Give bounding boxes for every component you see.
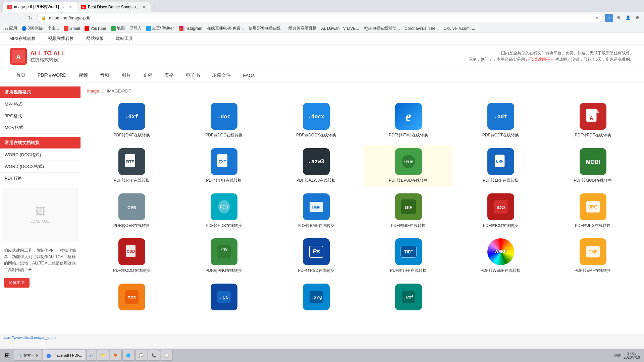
topnav-template[interactable]: 网站模版 — [84, 34, 106, 43]
sidebar-word-doc[interactable]: WORD (DOC格式) — [0, 149, 80, 161]
bookmark-imported-label: 已导入 — [129, 25, 142, 31]
breadcrumb-sep: / — [102, 88, 104, 94]
nav-doc[interactable]: 文档 — [137, 68, 158, 83]
logo-text: ALL TO ALL 在线格式转换 — [30, 50, 65, 63]
nav-pdf-word[interactable]: PDF转WORD — [32, 68, 72, 83]
nav-icon-2[interactable]: ⚙ — [614, 14, 623, 22]
nav-image[interactable]: 图片 — [115, 68, 137, 83]
forward-button[interactable]: → — [14, 13, 23, 22]
back-button[interactable]: ← — [3, 13, 12, 22]
conversion-item-23[interactable]: EMF PDF转EMF在线转换 — [548, 235, 637, 277]
conversion-grid: .dxf PDF转DXF在线转换 .doc PDF转DOC在线转换 .docx … — [87, 100, 637, 316]
svg-text:A: A — [16, 53, 21, 61]
conversion-item-22[interactable]: WEBP PDF转WEBP在线转换 — [456, 235, 545, 277]
sidebar-pdf[interactable]: PDF转换 — [0, 173, 80, 184]
bookmark-tv1[interactable]: 在线直播电视-免费... — [205, 25, 246, 32]
try-button[interactable]: 简体中文 — [4, 278, 30, 288]
tab-1-close[interactable]: ✕ — [68, 4, 73, 10]
sidebar-mp4[interactable]: MP4格式 — [0, 99, 80, 110]
bookmark-map[interactable]: 地图 — [109, 25, 127, 32]
svg-text:ePUB: ePUB — [404, 160, 413, 164]
conversion-item-26[interactable]: .svg — [272, 280, 361, 316]
tab-1[interactable]: A image-pdf | PDF转Word | 免费... ✕ — [3, 2, 77, 12]
nav-zip[interactable]: 压缩文件 — [206, 68, 237, 83]
conversion-item-25[interactable]: .ps — [179, 280, 268, 316]
bookmark-oklive-label: OKLiveTv.com: ... — [443, 26, 475, 31]
conversion-item-27[interactable]: .wmf — [364, 280, 453, 316]
logo-sub: 在线格式转换 — [30, 57, 65, 63]
conversion-item-20[interactable]: Ps PDF转PSD在线转换 — [272, 235, 361, 277]
svg-text:Ps: Ps — [312, 248, 320, 255]
tab-2-close[interactable]: ✕ — [141, 4, 147, 10]
conversion-item-6[interactable]: RTF PDF转RTF在线转换 — [87, 145, 176, 187]
sidebar-3pg[interactable]: 3PG格式 — [0, 110, 80, 122]
svg-text:ICO: ICO — [496, 205, 505, 210]
header-info-link[interactable]: 起飞页建站平台 — [526, 57, 554, 62]
sidebar-section1-header: 常用视频格式 — [0, 86, 80, 98]
conversion-item-5[interactable]: A PDF转PDF在线转换 — [548, 100, 637, 141]
nav-video[interactable]: 视频 — [72, 68, 94, 83]
conversion-item-11[interactable]: MOBI PDF转MOBI在线转换 — [548, 145, 637, 187]
nav-ebook[interactable]: 电子书 — [180, 68, 206, 83]
conversion-item-21[interactable]: TIFF PDF转TIFF在线转换 — [364, 235, 453, 277]
nav-home[interactable]: 首页 — [10, 68, 32, 83]
conversion-item-2[interactable]: .docx PDF转DOCX在线转换 — [272, 100, 361, 141]
refresh-button[interactable]: ↻ — [25, 13, 35, 22]
topnav-build[interactable]: 建站工具 — [113, 34, 136, 43]
bookmark-race[interactable]: 经典美赛溜直播 — [286, 25, 319, 32]
conversion-item-19[interactable]: PNG PDF转PNG在线转换 — [179, 235, 268, 277]
nav-faqs[interactable]: FAQs — [237, 69, 261, 83]
sidebar-word-docx[interactable]: WORD (DOCX格式) — [0, 161, 80, 173]
conversion-item-12[interactable]: OEB PDF转OEB在线转换 — [87, 190, 176, 232]
bookmark-360-label: 360导航-一个主... — [28, 25, 59, 31]
svg-text:PNG: PNG — [220, 248, 228, 251]
bookmark-corona-label: Coronavirus: The... — [405, 26, 439, 31]
bookmark-twitter[interactable]: 主页/ Twitter — [144, 25, 176, 32]
svg-text:ODD: ODD — [126, 249, 135, 253]
conversion-item-10[interactable]: LRF PDF转LRF在线转换 — [456, 145, 545, 187]
bookmark-youtube[interactable]: YouTube — [83, 25, 108, 32]
tab-1-title: image-pdf | PDF转Word | 免费... — [14, 4, 66, 10]
sidebar-mov[interactable]: MOV格式 — [0, 122, 80, 134]
bookmark-360[interactable]: 360导航-一个主... — [20, 25, 61, 32]
conversion-item-14[interactable]: BMP PDF转BMP在线转换 — [272, 190, 361, 232]
conversion-item-13[interactable]: PDB PDF转PDB在线转换 — [179, 190, 268, 232]
new-tab-button[interactable]: + — [151, 5, 160, 12]
topnav-video[interactable]: 视频在线转换 — [45, 34, 77, 43]
svg-text:TXT: TXT — [218, 160, 226, 164]
bookmark-instagram[interactable]: Instagram — [177, 25, 204, 32]
conversion-item-0[interactable]: .dxf PDF转DXF在线转换 — [87, 100, 176, 141]
nav-icon-3[interactable]: 👤 — [624, 14, 632, 22]
nav-table[interactable]: 表格 — [158, 68, 180, 83]
bookmark-ajyal[interactable]: Ajyal电视在线移动... — [362, 25, 402, 32]
conversion-item-4[interactable]: .odt PDF转ODT在线转换 — [456, 100, 545, 141]
conversion-item-9[interactable]: ePUB PDF转EPUB在线转换 — [364, 145, 453, 187]
breadcrumb-home[interactable]: image — [87, 88, 99, 94]
conversion-item-16[interactable]: ICO PDF转ICO在线转换 — [456, 190, 545, 232]
tab-2[interactable]: ▶ Best Disco Dance Songs o... ✕ — [77, 2, 151, 12]
bookmark-imported[interactable]: 已导入 — [127, 25, 144, 32]
bookmark-apps[interactable]: ⚏ 应用 — [3, 25, 19, 32]
bookmark-instagram-label: Instagram — [184, 26, 202, 31]
address-bar[interactable]: 🔒 alltoall.net/image-pdf/ ★ — [37, 14, 603, 22]
extensions-icon[interactable]: ⚙ — [633, 14, 641, 22]
bookmark-aldawah[interactable]: AL Dawah TV LIVE... — [319, 25, 361, 32]
svg-text:.svg: .svg — [311, 294, 322, 300]
conversion-item-3[interactable]: e PDF转HTML在线转换 — [364, 100, 453, 141]
conversion-item-15[interactable]: GIF PDF转GIF在线转换 — [364, 190, 453, 232]
nav-audio[interactable]: 音频 — [94, 68, 115, 83]
conversion-item-7[interactable]: TXT PDF转TXT在线转换 — [179, 145, 268, 187]
sidebar-ad-loading-text: LOADING... — [31, 219, 50, 223]
bookmark-oklive[interactable]: OKLiveTv.com: ... — [441, 25, 477, 32]
conversion-item-24[interactable]: EPS — [87, 280, 176, 316]
topnav-mp3[interactable]: MP3在线转换 — [7, 34, 39, 43]
conversion-item-18[interactable]: ODD PDF转ODD在线转换 — [87, 235, 176, 277]
conversion-item-17[interactable]: JPG PDF转JPG在线转换 — [548, 190, 637, 232]
bookmark-corona[interactable]: Coronavirus: The... — [402, 25, 441, 32]
conversion-item-8[interactable]: .azw3 PDF转AZW3在线转换 — [272, 145, 361, 187]
bookmark-tv2[interactable]: 使用SP8电视在线... — [247, 25, 286, 32]
svg-text:GIF: GIF — [405, 205, 413, 210]
conversion-item-1[interactable]: .doc PDF转DOC在线转换 — [179, 100, 268, 141]
bookmark-gmail[interactable]: Gmail — [62, 25, 82, 32]
nav-icon-1[interactable]: ☆ — [605, 14, 613, 22]
